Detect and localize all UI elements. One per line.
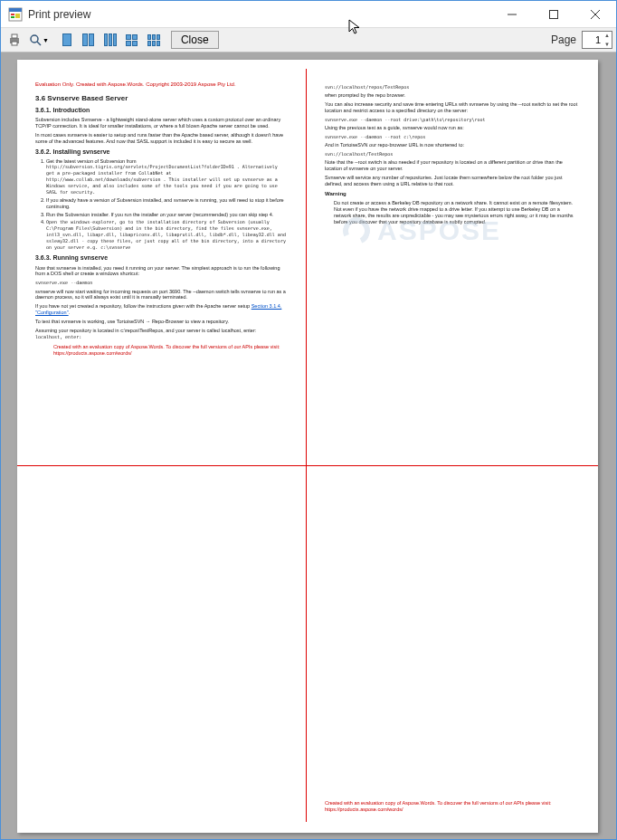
svg-rect-10 bbox=[12, 34, 17, 38]
app-icon bbox=[8, 7, 23, 22]
paragraph: when prompted by the repo browser. bbox=[325, 92, 578, 99]
paragraph: You can also increase security and save … bbox=[325, 101, 578, 114]
paragraph: If you have not yet created a repository… bbox=[35, 303, 288, 316]
preview-area[interactable]: Evaluation Only. Created with Aspose.Wor… bbox=[1, 52, 616, 839]
svg-point-12 bbox=[31, 35, 38, 43]
list-item: Get the latest version of Subversion fro… bbox=[46, 158, 288, 196]
eval-footer: Created with an evaluation copy of Aspos… bbox=[325, 800, 578, 813]
subsection-heading: 3.6.2. Installing svnserve bbox=[35, 148, 288, 157]
svg-rect-11 bbox=[12, 42, 17, 45]
svg-line-13 bbox=[37, 42, 41, 45]
toolbar: ▼ Close Page ▲▼ bbox=[1, 28, 616, 52]
code-line: svnserve.exe --daemon --root c:\repos bbox=[325, 134, 578, 139]
page-label: Page bbox=[551, 33, 576, 46]
paragraph: Using the previous test as a guide, svns… bbox=[325, 125, 578, 131]
list-item: Open the windows-explorer, go to the ins… bbox=[46, 219, 288, 250]
code-line: svnserve.exe --daemon bbox=[35, 280, 288, 285]
window-title: Print preview bbox=[28, 8, 491, 21]
list-item: Run the Subversion installer. If you run… bbox=[46, 212, 288, 218]
six-page-button[interactable] bbox=[144, 30, 164, 50]
paragraph: And in TortoiseSVN our repo-browser URL … bbox=[325, 142, 578, 148]
paragraph: In most cases svnserve is easier to setu… bbox=[35, 132, 288, 145]
paragraph: Note that the --root switch is also need… bbox=[325, 159, 578, 172]
maximize-button[interactable] bbox=[533, 1, 574, 28]
titlebar: Print preview bbox=[1, 1, 616, 28]
warning-heading: Warning bbox=[325, 191, 578, 198]
spinner-down-icon[interactable]: ▼ bbox=[602, 40, 612, 49]
paragraph: Svnserve will service any number of repo… bbox=[325, 175, 578, 187]
eval-header: Evaluation Only. Created with Aspose.Wor… bbox=[35, 81, 288, 89]
paragraph: svnserve will now start waiting for inco… bbox=[35, 289, 288, 301]
close-button[interactable]: Close bbox=[171, 31, 219, 49]
paragraph: To test that svnserve is working, use To… bbox=[35, 319, 288, 325]
eval-footer: Created with an evaluation copy of Aspos… bbox=[53, 344, 306, 357]
svg-rect-1 bbox=[9, 8, 22, 12]
code-line: svn://localhost/repos/TestRepos bbox=[325, 84, 578, 90]
paragraph: Assuming your repository is located in c… bbox=[35, 328, 288, 340]
one-page-button[interactable] bbox=[57, 30, 77, 50]
close-window-button[interactable] bbox=[574, 1, 616, 28]
paragraph: Subversion includes Svnserve - a lightwe… bbox=[35, 117, 288, 129]
doc-column-right: ASPOSE svn://localhost/repos/TestRepos w… bbox=[307, 69, 596, 822]
doc-column-left: Evaluation Only. Created with Aspose.Wor… bbox=[17, 69, 307, 822]
subsection-heading: 3.6.1. Introduction bbox=[35, 107, 288, 115]
dropdown-arrow-icon: ▼ bbox=[43, 37, 49, 43]
install-steps: Get the latest version of Subversion fro… bbox=[46, 158, 288, 251]
code-line: svn://localhost/TestRepos bbox=[325, 151, 578, 157]
paragraph: Now that svnserve is installed, you need… bbox=[35, 265, 288, 278]
code-line: svnserve.exe --daemon --root drive:\path… bbox=[325, 117, 578, 122]
warning-body: Do not create or access a Berkeley DB re… bbox=[334, 200, 578, 225]
page-sheet: Evaluation Only. Created with Aspose.Wor… bbox=[17, 60, 598, 833]
four-page-button[interactable] bbox=[122, 30, 142, 50]
minimize-button[interactable] bbox=[491, 1, 533, 28]
svg-rect-4 bbox=[15, 14, 20, 18]
page-spinner[interactable]: ▲▼ bbox=[602, 31, 612, 49]
svg-rect-6 bbox=[550, 10, 558, 18]
page-layout-group bbox=[57, 30, 164, 50]
subsection-heading: 3.6.3. Running svnserve bbox=[35, 254, 288, 262]
svg-rect-3 bbox=[11, 16, 14, 18]
two-page-button[interactable] bbox=[79, 30, 99, 50]
svg-rect-2 bbox=[11, 14, 14, 15]
zoom-button[interactable]: ▼ bbox=[26, 30, 52, 50]
spinner-up-icon[interactable]: ▲ bbox=[602, 31, 612, 40]
three-page-button[interactable] bbox=[100, 30, 120, 50]
section-heading: 3.6 Svnserve Based Server bbox=[35, 94, 288, 103]
print-button[interactable] bbox=[5, 30, 24, 50]
list-item: If you already have a version of Subvers… bbox=[46, 197, 288, 210]
